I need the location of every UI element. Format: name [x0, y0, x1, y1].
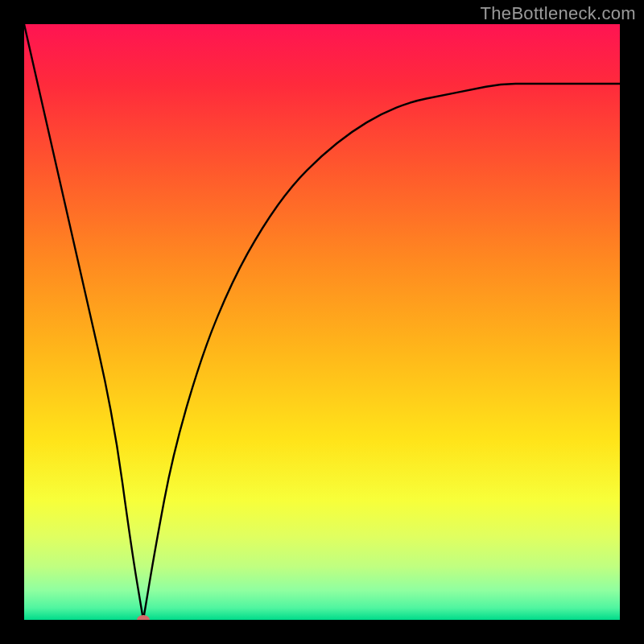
bottleneck-curve [24, 24, 620, 620]
optimal-point-marker [137, 615, 150, 620]
plot-area [24, 24, 620, 620]
watermark-text: TheBottleneck.com [481, 3, 636, 24]
bottleneck-curve-svg [24, 24, 620, 620]
chart-frame: TheBottleneck.com [0, 0, 644, 644]
